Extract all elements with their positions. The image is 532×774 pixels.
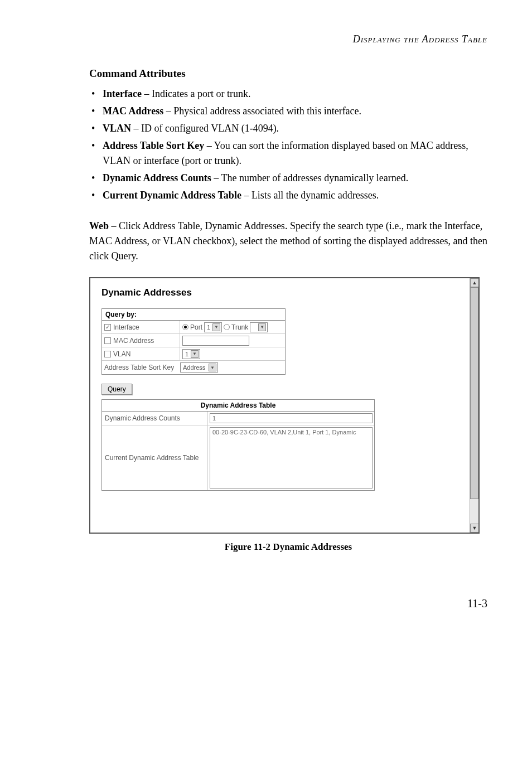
current-label: Current Dynamic Address Table [102,425,208,490]
desc: – The number of addresses dynamically le… [211,172,409,183]
term: MAC Address [103,105,163,117]
query-row-vlan: VLAN 1 ▼ [102,347,285,361]
sort-label: Address Table Sort Key [104,364,174,371]
list-item: Address Table Sort Key – You can sort th… [89,138,487,168]
mac-label: MAC Address [113,337,154,345]
port-value: 1 [207,324,210,331]
figure-caption: Figure 11-2 Dynamic Addresses [89,541,487,553]
vlan-value: 1 [185,351,188,357]
query-table: Query by: ✓ Interface Port 1 ▼ Trunk [101,308,286,375]
list-item: Current Dynamic Address Table – Lists al… [89,188,487,203]
page-number: 11-3 [89,597,487,610]
term: Dynamic Address Counts [103,172,211,183]
mac-checkbox[interactable] [104,337,111,344]
vlan-label: VLAN [113,350,130,358]
query-header: Query by: [102,309,285,321]
sort-value: Address [183,364,205,371]
sort-select[interactable]: Address ▼ [180,362,218,373]
list-item: Dynamic Address Counts – The number of a… [89,171,487,186]
result-header: Dynamic Address Table [102,400,374,412]
desc: – Lists all the dynamic addresses. [241,190,379,201]
term: Current Dynamic Address Table [103,190,241,201]
interface-label: Interface [113,323,139,331]
running-head: Displaying the Address Table [89,33,487,45]
vlan-checkbox[interactable] [104,351,111,357]
trunk-label: Trunk [231,323,248,331]
result-row-counts: Dynamic Address Counts 1 [102,412,374,425]
desc: – ID of configured VLAN (1-4094). [131,123,279,134]
para-rest: – Click Address Table, Dynamic Addresses… [89,220,487,262]
vlan-select[interactable]: 1 ▼ [182,349,200,359]
scroll-thumb[interactable] [470,287,478,499]
chevron-down-icon: ▼ [191,350,199,358]
attribute-list: Interface – Indicates a port or trunk. M… [89,86,487,203]
trunk-select[interactable]: ▼ [250,322,268,332]
chevron-down-icon: ▼ [212,323,220,331]
body-paragraph: Web – Click Address Table, Dynamic Addre… [89,219,487,264]
list-item: MAC Address – Physical address associate… [89,104,487,119]
section-heading: Command Attributes [89,67,487,80]
chevron-down-icon: ▼ [258,323,266,331]
query-row-mac: MAC Address [102,334,285,347]
list-item: VLAN – ID of configured VLAN (1-4094). [89,121,487,136]
mac-input[interactable] [182,336,249,346]
term: Address Table Sort Key [103,140,204,151]
port-label: Port [190,323,202,331]
result-row-current: Current Dynamic Address Table 00-20-9C-2… [102,425,374,490]
para-lead: Web [89,220,109,231]
chevron-down-icon: ▼ [209,364,216,371]
port-radio[interactable] [182,324,188,330]
term: VLAN [103,123,131,134]
result-table: Dynamic Address Table Dynamic Address Co… [101,399,375,491]
interface-checkbox[interactable]: ✓ [104,324,111,331]
trunk-radio[interactable] [224,324,230,330]
screenshot-panel: Dynamic Addresses Query by: ✓ Interface … [89,277,480,534]
desc: – Indicates a port or trunk. [142,88,250,99]
current-value: 00-20-9C-23-CD-60, VLAN 2,Unit 1, Port 1… [210,427,373,488]
scrollbar[interactable]: ▲ ▼ [470,278,478,533]
scroll-up-icon[interactable]: ▲ [470,278,479,287]
counts-value: 1 [210,413,373,423]
query-row-interface: ✓ Interface Port 1 ▼ Trunk ▼ [102,321,285,334]
port-select[interactable]: 1 ▼ [204,322,222,332]
list-item: Interface – Indicates a port or trunk. [89,86,487,101]
query-button[interactable]: Query [101,384,132,395]
term: Interface [103,88,142,99]
scroll-down-icon[interactable]: ▼ [470,524,479,533]
panel-title: Dynamic Addresses [101,287,467,298]
counts-label: Dynamic Address Counts [102,412,208,425]
query-row-sort: Address Table Sort Key Address ▼ [102,361,285,374]
desc: – Physical address associated with this … [163,105,361,117]
